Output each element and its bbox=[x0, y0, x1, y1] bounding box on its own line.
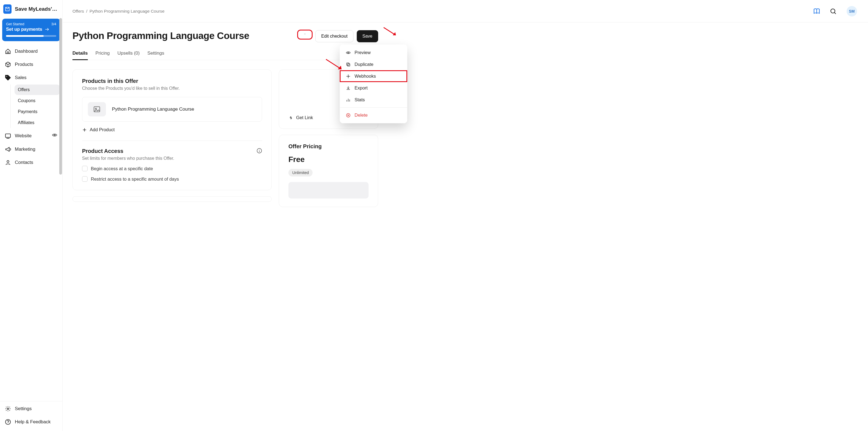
sidebar-item-label: Products bbox=[15, 62, 57, 67]
menu-item-label: Preview bbox=[354, 50, 371, 55]
begin-access-checkbox-row[interactable]: Begin access at a specific date bbox=[82, 166, 262, 171]
sidebar-item-sales[interactable]: Sales bbox=[2, 71, 60, 84]
search-icon[interactable] bbox=[830, 8, 837, 15]
sidebar-item-label: Marketing bbox=[15, 147, 57, 152]
info-icon[interactable] bbox=[256, 148, 262, 155]
section-subtitle: Set limits for members who purchase this… bbox=[82, 156, 256, 161]
menu-item-label: Stats bbox=[354, 97, 365, 102]
breadcrumb-current: Python Programming Language Course bbox=[89, 9, 164, 14]
sidebar-item-coupons[interactable]: Coupons bbox=[14, 95, 60, 106]
webhooks-icon bbox=[346, 74, 351, 79]
gear-icon bbox=[5, 406, 11, 412]
sidebar-item-affiliates[interactable]: Affiliates bbox=[14, 118, 60, 128]
bar-chart-icon bbox=[346, 97, 351, 102]
svg-point-10 bbox=[304, 34, 305, 34]
link-icon bbox=[288, 115, 293, 120]
tab-details[interactable]: Details bbox=[72, 48, 88, 60]
menu-item-stats[interactable]: Stats bbox=[340, 94, 407, 106]
svg-point-8 bbox=[831, 9, 835, 13]
tab-settings[interactable]: Settings bbox=[147, 48, 164, 60]
book-icon[interactable] bbox=[813, 8, 820, 15]
sidebar-item-label: Settings bbox=[15, 406, 57, 411]
sidebar-item-label: Website bbox=[15, 133, 48, 138]
tag-icon bbox=[5, 75, 11, 81]
home-icon bbox=[5, 48, 11, 54]
save-button[interactable]: Save bbox=[357, 30, 378, 42]
svg-rect-22 bbox=[347, 63, 349, 65]
edit-checkout-button[interactable]: Edit checkout bbox=[315, 30, 353, 42]
sidebar-scrollbar[interactable] bbox=[59, 18, 62, 401]
get-started-action: Set up payments bbox=[6, 27, 42, 32]
more-actions-button[interactable] bbox=[298, 30, 312, 39]
checkbox[interactable] bbox=[82, 176, 88, 182]
breadcrumb-root[interactable]: Offers bbox=[72, 9, 84, 14]
svg-point-5 bbox=[7, 161, 9, 162]
menu-item-webhooks[interactable]: Webhooks bbox=[340, 70, 407, 82]
sidebar-item-label: Sales bbox=[15, 75, 57, 81]
pricing-amount: Free bbox=[288, 155, 369, 164]
sidebar-item-label: Help & Feedback bbox=[15, 419, 57, 425]
product-name: Python Programming Language Course bbox=[112, 106, 194, 112]
image-placeholder-icon bbox=[88, 102, 106, 116]
sidebar-item-help[interactable]: Help & Feedback bbox=[2, 415, 60, 428]
sidebar-item-marketing[interactable]: Marketing bbox=[2, 143, 60, 156]
page-title: Python Programming Language Course bbox=[72, 30, 294, 41]
next-card-peek bbox=[72, 196, 272, 202]
section-subtitle: Choose the Products you'd like to sell i… bbox=[82, 86, 262, 91]
brand-logo[interactable] bbox=[3, 4, 11, 14]
menu-item-export[interactable]: Export bbox=[340, 82, 407, 94]
svg-point-6 bbox=[7, 408, 9, 409]
get-started-progress: 3/4 bbox=[51, 22, 56, 26]
menu-item-label: Delete bbox=[354, 113, 368, 118]
menu-item-preview[interactable]: Preview bbox=[340, 47, 407, 59]
pricing-preview bbox=[288, 182, 369, 198]
box-icon bbox=[5, 61, 11, 67]
sidebar-item-website[interactable]: Website bbox=[2, 129, 60, 143]
sidebar-item-offers[interactable]: Offers bbox=[14, 85, 60, 95]
restrict-days-checkbox-row[interactable]: Restrict access to a specific amount of … bbox=[82, 176, 262, 182]
get-started-label: Get Started bbox=[6, 22, 24, 26]
product-row[interactable]: Python Programming Language Course bbox=[82, 97, 262, 122]
tab-pricing[interactable]: Pricing bbox=[95, 48, 110, 60]
sidebar: Save MyLeads's F… Get Started 3/4 Set up… bbox=[0, 0, 63, 431]
tab-upsells[interactable]: Upsells (0) bbox=[118, 48, 140, 60]
breadcrumb: Offers / Python Programming Language Cou… bbox=[72, 9, 164, 14]
checkbox-label: Restrict access to a specific amount of … bbox=[91, 177, 179, 182]
add-product-label: Add Product bbox=[90, 127, 115, 132]
eye-icon[interactable] bbox=[52, 132, 57, 139]
svg-point-19 bbox=[259, 149, 259, 150]
checkbox[interactable] bbox=[82, 166, 88, 171]
sidebar-item-settings[interactable]: Settings bbox=[2, 402, 60, 415]
section-title: Products in this Offer bbox=[82, 78, 262, 84]
ellipsis-icon bbox=[302, 34, 308, 35]
unlimited-badge: Unlimited bbox=[288, 169, 313, 177]
get-link-label: Get Link bbox=[296, 115, 313, 120]
workspace-name[interactable]: Save MyLeads's F… bbox=[15, 6, 59, 12]
menu-item-label: Duplicate bbox=[354, 62, 373, 67]
menu-item-label: Export bbox=[354, 85, 368, 91]
eye-icon bbox=[346, 50, 351, 55]
sidebar-header: Save MyLeads's F… bbox=[0, 0, 62, 18]
menu-item-duplicate[interactable]: Duplicate bbox=[340, 59, 407, 70]
svg-point-11 bbox=[305, 34, 305, 34]
add-product-button[interactable]: Add Product bbox=[82, 127, 262, 132]
main: Offers / Python Programming Language Cou… bbox=[63, 0, 868, 431]
sidebar-item-contacts[interactable]: Contacts bbox=[2, 156, 60, 169]
megaphone-icon bbox=[5, 146, 11, 152]
more-actions-menu: Preview Duplicate Webhooks Export Stats bbox=[340, 44, 407, 123]
svg-rect-2 bbox=[5, 134, 10, 137]
sidebar-item-products[interactable]: Products bbox=[2, 58, 60, 71]
products-card: Products in this Offer Choose the Produc… bbox=[72, 69, 272, 190]
svg-point-4 bbox=[54, 134, 56, 136]
delete-icon bbox=[346, 113, 351, 118]
monitor-icon bbox=[5, 133, 11, 139]
avatar[interactable]: SM bbox=[846, 6, 857, 17]
sidebar-item-payments[interactable]: Payments bbox=[14, 106, 60, 117]
get-started-card[interactable]: Get Started 3/4 Set up payments bbox=[2, 19, 60, 41]
sidebar-item-dashboard[interactable]: Dashboard bbox=[2, 45, 60, 58]
svg-point-12 bbox=[305, 34, 306, 34]
menu-item-delete[interactable]: Delete bbox=[340, 109, 407, 121]
download-icon bbox=[346, 86, 351, 91]
section-title: Product Access bbox=[82, 148, 256, 154]
menu-item-label: Webhooks bbox=[354, 73, 376, 79]
